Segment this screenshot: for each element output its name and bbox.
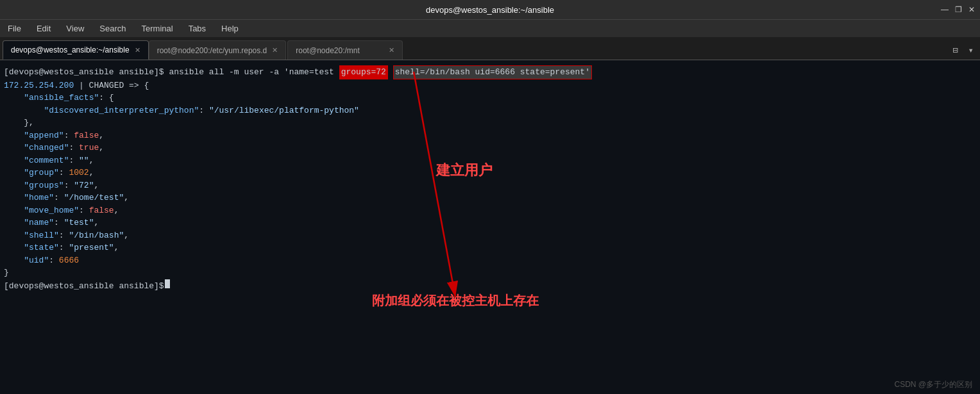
cursor — [165, 279, 170, 288]
cmd-prefix: ansible all -m user -a 'name=test — [164, 66, 339, 79]
tabbar: devops@westos_ansible:~/ansible ✕ root@n… — [0, 37, 980, 60]
output-line-11: "move_home": false, — [4, 204, 976, 217]
menu-terminal[interactable]: Terminal — [139, 22, 176, 35]
output-line-14: "state": "present", — [4, 242, 976, 254]
command-line: [devops@westos_ansible ansible]$ ansible… — [4, 65, 976, 79]
close-button[interactable]: ✕ — [968, 5, 975, 14]
output-line-13: "shell": "/bin/bash", — [4, 229, 976, 242]
cmd-groups-highlight: groups=72 — [339, 65, 388, 79]
tab-2[interactable]: root@node200:/etc/yum.repos.d ✕ — [149, 40, 287, 60]
tab-3-label: root@node20:/mnt — [296, 46, 360, 55]
output-line-2: "ansible_facts": { — [4, 92, 976, 104]
tab-screenshot-icon[interactable]: ⊟ — [949, 44, 961, 57]
tab-3[interactable]: root@node20:/mnt ✕ — [287, 40, 403, 60]
menu-help[interactable]: Help — [219, 22, 241, 35]
output-line-9: "groups": "72", — [4, 179, 976, 192]
output-line-7: "comment": "", — [4, 154, 976, 167]
cmd-suffix — [388, 66, 393, 79]
tab-2-label: root@node200:/etc/yum.repos.d — [157, 46, 267, 55]
menubar: File Edit View Search Terminal Tabs Help — [0, 19, 980, 37]
tab-1-label: devops@westos_ansible:~/ansible — [11, 45, 130, 54]
tab-dropdown-icon[interactable]: ▾ — [965, 44, 977, 57]
menu-view[interactable]: View — [63, 22, 87, 35]
watermark: CSDN @多于少的区别 — [894, 379, 972, 390]
prompt2: [devops@westos_ansible ansible]$ — [4, 280, 164, 293]
tab-2-close[interactable]: ✕ — [272, 46, 278, 54]
output-line-5: "append": false, — [4, 129, 976, 142]
tab-1[interactable]: devops@westos_ansible:~/ansible ✕ — [3, 40, 149, 60]
output-line-4: }, — [4, 117, 976, 129]
annotation-group-must-exist: 附加组必须在被控主机上存在 — [372, 291, 539, 310]
menu-tabs[interactable]: Tabs — [186, 22, 208, 35]
prompt: [devops@westos_ansible ansible]$ — [4, 66, 164, 79]
output-line-17: [devops@westos_ansible ansible]$ — [4, 279, 976, 293]
output-line-3: "discovered_interpreter_python": "/usr/l… — [4, 104, 976, 117]
terminal[interactable]: [devops@westos_ansible ansible]$ ansible… — [0, 60, 980, 394]
cmd-shell-highlight: shell=/bin/bash uid=6666 state=present' — [393, 65, 592, 79]
titlebar-controls: — ❐ ✕ — [941, 5, 975, 14]
titlebar: devops@westos_ansible:~/ansible — ❐ ✕ — [0, 0, 980, 19]
menu-edit[interactable]: Edit — [34, 22, 53, 35]
menu-search[interactable]: Search — [97, 22, 128, 35]
tab-1-close[interactable]: ✕ — [135, 46, 140, 54]
maximize-button[interactable]: ❐ — [955, 5, 962, 14]
menu-file[interactable]: File — [5, 22, 24, 35]
tabbar-extra: ⊟ ▾ — [949, 44, 977, 60]
tab-3-close[interactable]: ✕ — [389, 46, 394, 54]
output-line-16: } — [4, 267, 976, 279]
output-line-15: "uid": 6666 — [4, 254, 976, 267]
minimize-button[interactable]: — — [941, 5, 949, 14]
output-line-8: "group": 1002, — [4, 167, 976, 179]
titlebar-title: devops@westos_ansible:~/ansible — [426, 5, 554, 15]
output-line-6: "changed": true, — [4, 142, 976, 154]
output-line-10: "home": "/home/test", — [4, 192, 976, 204]
output-line-1: 172.25.254.200 | CHANGED => { — [4, 79, 976, 92]
output-line-12: "name": "test", — [4, 217, 976, 229]
